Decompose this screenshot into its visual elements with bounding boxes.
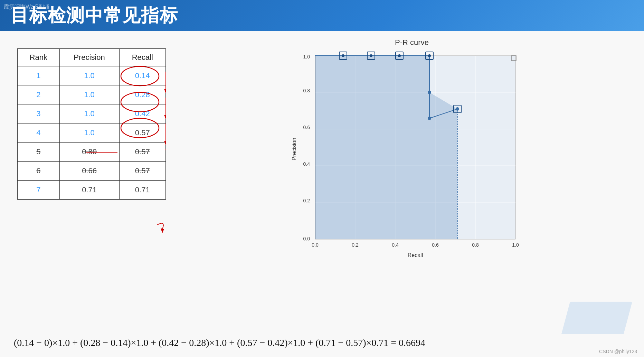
- x-tick-04: 0.4: [392, 242, 399, 248]
- x-tick-08: 0.8: [472, 242, 479, 248]
- pr-curve-chart: 0.0 0.2 0.4 0.6 0.8 1.0 0.0 0.2 0.4 0.6 …: [291, 49, 533, 263]
- y-tick-02: 0.2: [303, 198, 310, 203]
- dot-057-066: [428, 117, 431, 120]
- cell-precision-6: 0.66: [59, 162, 119, 181]
- cell-precision-7: 0.71: [59, 181, 119, 200]
- dot-marker-1: [342, 54, 344, 57]
- dot-marker-4: [428, 54, 431, 57]
- cell-precision-5: 0.80: [59, 143, 119, 162]
- y-tick-06: 0.6: [303, 125, 310, 130]
- x-axis-label: Recall: [408, 252, 423, 258]
- cell-rank-7: 7: [18, 181, 60, 200]
- chart-title: P-R curve: [395, 38, 429, 47]
- cell-rank-2: 2: [18, 85, 60, 104]
- cell-precision-2: 1.0: [59, 85, 119, 104]
- right-panel: P-R curve 0.0 0.2 0.4: [180, 31, 644, 357]
- main-content: Rank Precision Recall 1 1.0 0.14 2 1.0 0…: [0, 31, 644, 357]
- y-tick-10: 1.0: [303, 54, 310, 60]
- y-tick-08: 0.8: [303, 88, 310, 93]
- col-header-rank: Rank: [18, 49, 60, 66]
- col-header-recall: Recall: [119, 49, 165, 66]
- cell-recall-3: 0.42: [119, 104, 165, 123]
- cell-precision-1: 1.0: [59, 66, 119, 85]
- cell-rank-5: 5: [18, 143, 60, 162]
- table-row: 1 1.0 0.14: [18, 66, 166, 85]
- y-tick-0: 0.0: [303, 236, 310, 241]
- table-row: 7 0.71 0.71: [18, 181, 166, 200]
- svg-marker-16: [161, 228, 164, 233]
- dot-057-08: [428, 91, 431, 94]
- table-row: 5 0.80 0.57: [18, 143, 166, 162]
- watermark-text: 霹雳吧啦Wz Bilibili: [3, 3, 49, 11]
- dot-marker-2: [370, 54, 372, 57]
- cell-recall-6: 0.57: [119, 162, 165, 181]
- dot-marker-3: [398, 54, 401, 57]
- cell-recall-4: 0.57: [119, 123, 165, 143]
- formula-text: (0.14 − 0)×1.0 + (0.28 − 0.14)×1.0 + (0.…: [14, 337, 425, 348]
- x-tick-0: 0.0: [312, 242, 319, 248]
- cell-precision-3: 1.0: [59, 104, 119, 123]
- header: 霹雳吧啦Wz Bilibili 目标检测中常见指标: [0, 0, 644, 31]
- cell-recall-2: 0.28: [119, 85, 165, 104]
- table-row: 4 1.0 0.57: [18, 123, 166, 143]
- col-header-precision: Precision: [59, 49, 119, 66]
- x-tick-06: 0.6: [432, 242, 439, 248]
- cell-recall-1: 0.14: [119, 66, 165, 85]
- table-row: 2 1.0 0.28: [18, 85, 166, 104]
- table-row: 6 0.66 0.57: [18, 162, 166, 181]
- left-panel: Rank Precision Recall 1 1.0 0.14 2 1.0 0…: [0, 31, 180, 357]
- cell-recall-5: 0.57: [119, 143, 165, 162]
- formula-bar: (0.14 − 0)×1.0 + (0.28 − 0.14)×1.0 + (0.…: [0, 334, 644, 352]
- dot-071-071: [456, 107, 459, 111]
- x-tick-10: 1.0: [512, 242, 519, 248]
- table-row: 3 1.0 0.42: [18, 104, 166, 123]
- cell-rank-6: 6: [18, 162, 60, 181]
- cell-rank-3: 3: [18, 104, 60, 123]
- csdn-watermark: CSDN @phily123: [599, 349, 637, 354]
- cell-rank-1: 1: [18, 66, 60, 85]
- cell-rank-4: 4: [18, 123, 60, 143]
- cell-precision-4: 1.0: [59, 123, 119, 143]
- data-table: Rank Precision Recall 1 1.0 0.14 2 1.0 0…: [17, 48, 166, 200]
- y-axis-label: Precision: [291, 138, 297, 161]
- x-tick-02: 0.2: [352, 242, 359, 248]
- cell-recall-7: 0.71: [119, 181, 165, 200]
- y-tick-04: 0.4: [303, 161, 310, 167]
